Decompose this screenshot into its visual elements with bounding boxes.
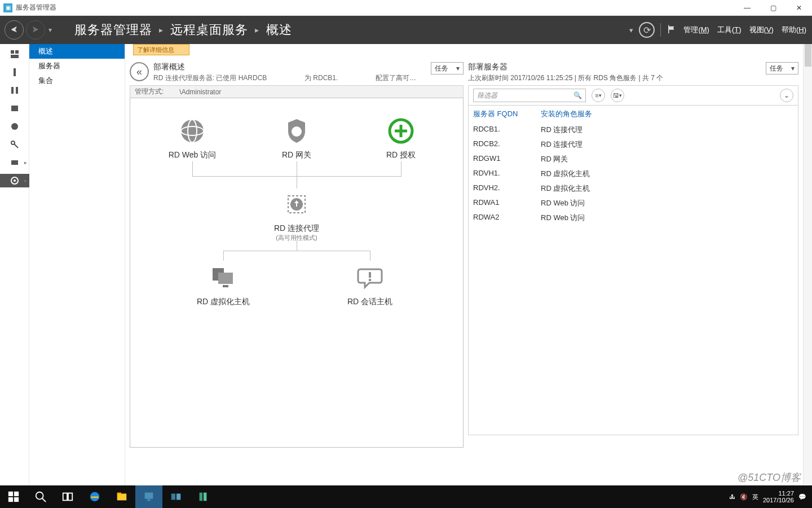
taskbar-server-manager-icon[interactable]	[135, 485, 162, 508]
watermark: @51CTO博客	[738, 471, 801, 484]
overview-tasks-dropdown[interactable]: 任务	[431, 62, 464, 75]
overview-title: 部署概述	[153, 62, 426, 72]
deploy-subtitle: 上次刷新时间 2017/10/26 11:25:25 | 所有 RDS 角色服务…	[468, 73, 761, 83]
svg-rect-37	[145, 493, 153, 499]
node-rd-licensing[interactable]: RD 授权	[361, 115, 440, 160]
nav-forward-button[interactable]: ⮞	[26, 20, 45, 40]
menu-view[interactable]: 视图(V)	[748, 23, 775, 37]
breadcrumb-root[interactable]: 服务器管理器	[74, 21, 152, 38]
node-rd-virtualization-host[interactable]: RD 虚拟化主机	[184, 262, 263, 307]
menu-help[interactable]: 帮助(H)	[780, 23, 807, 37]
refresh-button[interactable]: ⟳	[639, 22, 655, 38]
notifications-flag-icon[interactable]	[667, 24, 677, 36]
deploy-servers-table: 服务器 FQDN 安装的角色服务 RDCB1.RD 连接代理 RDCB2.RD …	[468, 106, 798, 435]
rail-key-icon[interactable]	[0, 138, 29, 151]
sidebar-item-collections[interactable]: 集合	[29, 73, 125, 88]
taskbar-search-icon[interactable]	[27, 485, 54, 508]
node-rd-gateway[interactable]: RD 网关	[257, 115, 336, 160]
svg-rect-1	[15, 50, 19, 54]
taskbar-ie-icon[interactable]	[81, 485, 108, 508]
start-button[interactable]	[0, 485, 27, 508]
deploy-header: 部署服务器 上次刷新时间 2017/10/26 11:25:25 | 所有 RD…	[468, 62, 798, 83]
chevron-right-icon: ▸	[159, 25, 164, 34]
rail-dashboard-icon[interactable]	[0, 47, 29, 61]
svg-rect-6	[11, 106, 18, 111]
rail-hyperv-icon[interactable]	[0, 156, 29, 169]
svg-rect-29	[14, 497, 19, 502]
table-row[interactable]: RDWA1RD Web 访问	[469, 196, 798, 211]
sidebar-item-overview[interactable]: 概述	[29, 44, 125, 59]
mgmt-value: \Administrator	[179, 88, 221, 96]
table-row[interactable]: RDCB1.RD 连接代理	[469, 122, 798, 137]
window-title: 服务器管理器	[16, 3, 56, 12]
svg-rect-24	[369, 272, 371, 278]
svg-rect-2	[11, 55, 19, 58]
svg-rect-42	[204, 493, 207, 501]
info-hint-bar[interactable]: 了解详细信息	[133, 44, 189, 55]
rail-local-server-icon[interactable]	[0, 65, 29, 79]
svg-point-11	[14, 179, 16, 182]
breadcrumb: 服务器管理器 ▸ 远程桌面服务 ▸ 概述	[74, 21, 292, 38]
maximize-button[interactable]: ▢	[760, 0, 786, 16]
node-rd-session-host[interactable]: RD 会话主机	[330, 262, 409, 307]
save-query-dropdown[interactable]: 🖫	[611, 89, 624, 102]
svg-rect-28	[8, 497, 13, 502]
shield-icon	[281, 115, 312, 147]
overview-collapse-icon[interactable]: «	[130, 62, 149, 81]
rail-rds-icon[interactable]	[0, 174, 29, 187]
rail-all-servers-icon[interactable]	[0, 84, 29, 97]
rail-iis-icon[interactable]	[0, 120, 29, 133]
svg-rect-9	[11, 160, 18, 165]
nav-extra-dropdown[interactable]: ▾	[629, 26, 633, 34]
nav-dropdown-icon[interactable]: ▾	[48, 26, 52, 34]
table-row[interactable]: RDVH1.RD 虚拟化主机	[469, 167, 798, 181]
nav-back-button[interactable]: ⮜	[5, 20, 24, 40]
svg-rect-3	[14, 68, 16, 76]
menu-manage[interactable]: 管理(M)	[682, 23, 710, 37]
separator	[660, 23, 661, 37]
node-rd-web-access[interactable]: RD Web 访问	[153, 115, 232, 160]
table-row[interactable]: RDCB2.RD 连接代理	[469, 137, 798, 152]
col-role[interactable]: 安装的角色服务	[541, 109, 592, 119]
group-by-dropdown[interactable]: ≡	[592, 89, 605, 102]
tray-network-icon[interactable]: 🖧	[729, 493, 735, 500]
expand-panel-button[interactable]: ⌄	[780, 89, 793, 102]
svg-rect-5	[16, 87, 18, 94]
tray-volume-icon[interactable]: 🔇	[740, 493, 748, 501]
table-row[interactable]: RDWA2RD Web 访问	[469, 211, 798, 225]
breadcrumb-page[interactable]: 概述	[266, 21, 292, 38]
close-button[interactable]: ✕	[786, 0, 812, 16]
node-rd-connection-broker[interactable]: RD 连接代理 (高可用性模式)	[257, 189, 336, 242]
svg-rect-33	[68, 493, 72, 501]
svg-rect-41	[200, 493, 203, 501]
task-view-icon[interactable]	[54, 485, 81, 508]
filter-input[interactable]: 筛选器 🔍	[473, 89, 586, 102]
svg-rect-4	[11, 87, 14, 94]
app-icon: ▣	[3, 3, 12, 12]
tray-ime[interactable]: 英	[752, 493, 758, 501]
taskbar-explorer-icon[interactable]	[108, 485, 135, 508]
breadcrumb-section[interactable]: 远程桌面服务	[170, 21, 248, 38]
overview-header: « 部署概述 RD 连接代理服务器: 已使用 HARDCB 为 RDCB1. 配…	[130, 62, 464, 83]
tray-notifications-icon[interactable]: 💬	[798, 493, 806, 501]
svg-rect-0	[11, 50, 14, 54]
table-row[interactable]: RDGW1RD 网关	[469, 152, 798, 167]
plus-circle-icon	[385, 115, 417, 147]
svg-rect-23	[223, 285, 228, 287]
tray-clock[interactable]: 11:27 2017/10/26	[763, 490, 794, 503]
titlebar: ▣ 服务器管理器 — ▢ ✕	[0, 0, 812, 16]
sidebar-item-servers[interactable]: 服务器	[29, 59, 125, 73]
svg-rect-25	[369, 279, 371, 281]
vertical-scrollbar[interactable]	[803, 44, 812, 485]
taskbar-app1-icon[interactable]	[162, 485, 189, 508]
search-icon[interactable]: 🔍	[573, 91, 582, 99]
col-fqdn[interactable]: 服务器 FQDN	[473, 109, 541, 119]
taskbar-app2-icon[interactable]	[189, 485, 217, 508]
virtualization-host-icon	[208, 262, 239, 294]
minimize-button[interactable]: —	[734, 0, 760, 16]
table-row[interactable]: RDVH2.RD 虚拟化主机	[469, 181, 798, 196]
deploy-tasks-dropdown[interactable]: 任务	[766, 62, 798, 75]
menu-tools[interactable]: 工具(T)	[716, 23, 743, 37]
rail-file-services-icon[interactable]	[0, 102, 29, 115]
scroll-thumb[interactable]	[805, 44, 811, 67]
